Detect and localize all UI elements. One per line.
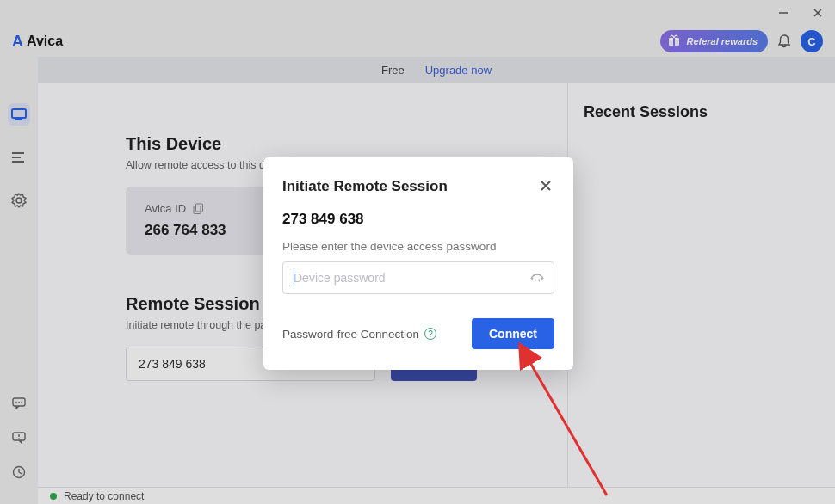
window-minimize-button[interactable] <box>773 3 794 23</box>
brand-logo: A Avica <box>12 33 63 51</box>
sidebar-item-settings[interactable] <box>8 189 30 212</box>
svg-point-15 <box>21 402 22 403</box>
brand-name: Avica <box>27 34 63 49</box>
notifications-icon[interactable] <box>776 34 792 49</box>
sidebar-item-home[interactable] <box>8 103 30 126</box>
brand-mark-icon: A <box>12 33 23 51</box>
referral-label: Referal rewards <box>686 37 758 46</box>
svg-rect-5 <box>673 38 675 46</box>
input-caret-icon <box>294 270 294 286</box>
svg-point-11 <box>16 198 22 203</box>
modal-connect-button[interactable]: Connect <box>472 318 554 349</box>
app-header: A Avica Referal rewards C <box>0 26 835 57</box>
status-bar: Ready to connect <box>38 487 835 504</box>
svg-line-26 <box>539 280 540 282</box>
sidebar-bottom <box>0 392 38 483</box>
password-free-link[interactable]: Password-free Connection ? <box>282 328 436 341</box>
svg-rect-20 <box>196 204 203 212</box>
avica-id-label: Avica ID <box>145 202 226 215</box>
status-dot-icon <box>50 493 57 500</box>
recent-sessions-title: Recent Sessions <box>584 103 820 121</box>
device-password-input[interactable] <box>282 261 554 294</box>
window-titlebar <box>0 0 835 26</box>
avatar-initial: C <box>807 35 815 48</box>
svg-point-14 <box>18 402 20 403</box>
sidebar-item-chat[interactable] <box>8 392 30 415</box>
user-avatar[interactable]: C <box>801 30 823 52</box>
sidebar-item-history[interactable] <box>8 461 30 483</box>
gift-icon <box>667 34 681 49</box>
sidebar-item-feedback[interactable] <box>8 427 30 449</box>
window-close-button[interactable] <box>807 3 828 23</box>
plan-promo-bar: Free Upgrade now <box>38 57 835 83</box>
svg-point-18 <box>18 438 20 439</box>
modal-close-button[interactable] <box>539 179 554 194</box>
svg-line-25 <box>535 280 536 282</box>
plan-label: Free <box>381 64 405 77</box>
status-text: Ready to connect <box>64 490 144 502</box>
recent-sessions-panel: Recent Sessions <box>567 83 835 487</box>
svg-point-13 <box>15 402 17 403</box>
referral-rewards-button[interactable]: Referal rewards <box>660 30 768 52</box>
svg-rect-6 <box>12 109 26 118</box>
modal-instruction: Please enter the device access password <box>282 240 554 253</box>
modal-device-id: 273 849 638 <box>282 211 554 228</box>
initiate-session-modal: Initiate Remote Session 273 849 638 Plea… <box>263 157 573 370</box>
upgrade-link[interactable]: Upgrade now <box>425 64 492 77</box>
modal-title: Initiate Remote Session <box>282 178 448 195</box>
avica-id-value: 266 764 833 <box>145 222 226 239</box>
show-password-icon[interactable] <box>530 272 544 284</box>
this-device-title: This Device <box>126 134 567 154</box>
svg-rect-21 <box>194 206 201 214</box>
copy-icon[interactable] <box>193 203 204 214</box>
help-icon[interactable]: ? <box>424 328 436 340</box>
sidebar-item-list[interactable] <box>8 146 30 169</box>
